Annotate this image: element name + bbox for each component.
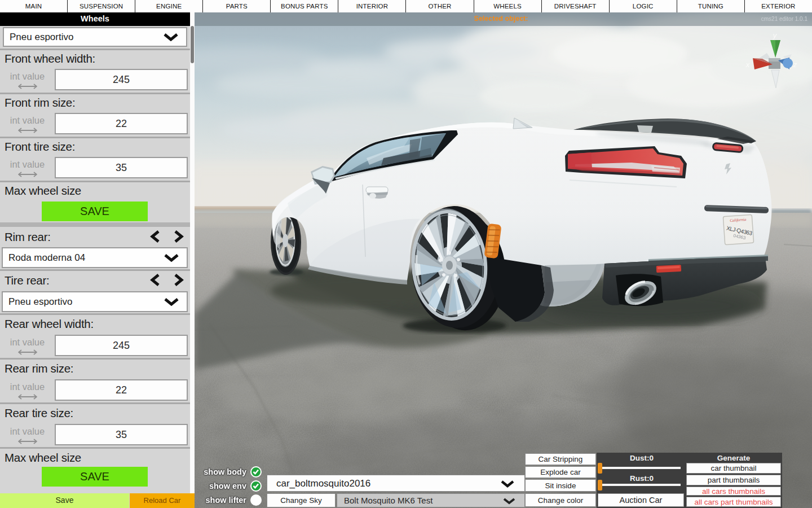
svg-text:x: x [745,60,750,69]
svg-text:z: z [793,60,797,69]
